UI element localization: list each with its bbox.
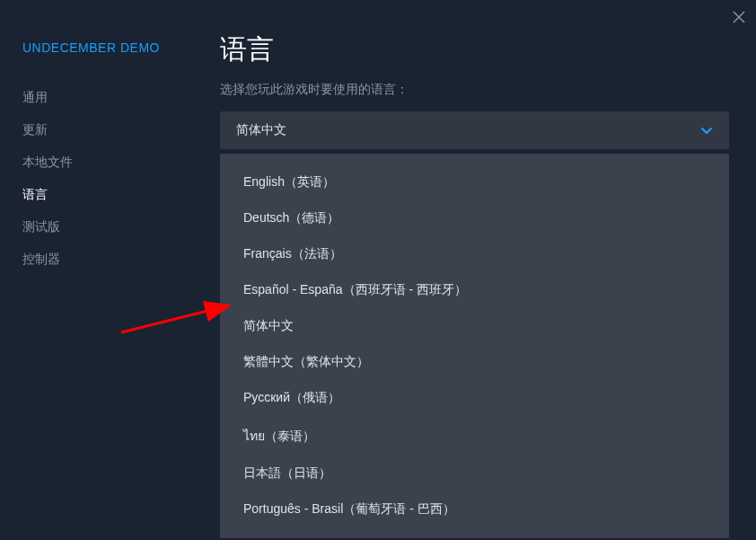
language-option[interactable]: Português - Brasil（葡萄牙语 - 巴西） — [220, 491, 729, 527]
language-option[interactable]: Español - España（西班牙语 - 西班牙） — [220, 272, 729, 308]
language-option[interactable]: Deutsch（德语） — [220, 200, 729, 236]
main-content: 语言 选择您玩此游戏时要使用的语言： 简体中文 English（英语）Deuts… — [207, 0, 756, 540]
dropdown-selected-text: 简体中文 — [236, 122, 286, 138]
sidebar: UNDECEMBER DEMO 通用更新本地文件语言测试版控制器 — [0, 0, 207, 540]
sidebar-list: 通用更新本地文件语言测试版控制器 — [22, 82, 207, 276]
language-option[interactable]: 繁體中文（繁体中文） — [220, 344, 729, 380]
sidebar-item[interactable]: 控制器 — [22, 243, 207, 276]
language-option[interactable]: English（英语） — [220, 164, 729, 200]
sidebar-item[interactable]: 本地文件 — [22, 146, 207, 179]
language-option[interactable]: 简体中文 — [220, 308, 729, 344]
language-dropdown[interactable]: 简体中文 — [220, 111, 729, 149]
page-subtitle: 选择您玩此游戏时要使用的语言： — [220, 82, 729, 98]
sidebar-item[interactable]: 通用 — [22, 82, 207, 114]
language-option[interactable]: ไทย（泰语） — [220, 416, 729, 456]
sidebar-item[interactable]: 更新 — [22, 114, 207, 146]
language-option[interactable]: 日本語（日语） — [220, 456, 729, 491]
chevron-down-icon — [700, 124, 713, 137]
close-icon — [733, 11, 745, 23]
page-title: 语言 — [220, 31, 729, 68]
language-option[interactable]: Русский（俄语） — [220, 380, 729, 416]
container: UNDECEMBER DEMO 通用更新本地文件语言测试版控制器 语言 选择您玩… — [0, 0, 756, 540]
language-dropdown-panel: English（英语）Deutsch（德语）Français（法语）Españo… — [220, 154, 729, 538]
language-option[interactable]: Français（法语） — [220, 236, 729, 272]
close-button[interactable] — [733, 9, 745, 28]
sidebar-item[interactable]: 测试版 — [22, 211, 207, 243]
game-title: UNDECEMBER DEMO — [22, 40, 207, 55]
sidebar-item[interactable]: 语言 — [22, 179, 207, 211]
